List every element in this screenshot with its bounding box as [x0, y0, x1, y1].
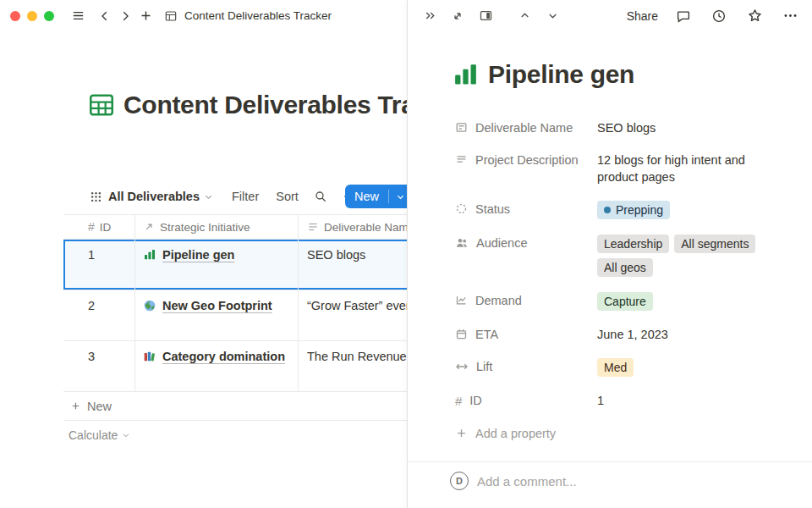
add-row-button[interactable]: New	[63, 392, 407, 421]
text-type-icon	[455, 121, 468, 134]
pill-label: Leadership	[604, 235, 662, 252]
page-link[interactable]: Category domination	[162, 350, 285, 363]
new-page-plus-icon[interactable]	[135, 5, 156, 27]
page-title[interactable]: Content Deliverables Tracker	[123, 91, 407, 119]
more-options-icon[interactable]	[780, 5, 800, 27]
property-value[interactable]: 12 blogs for high intent and product pag…	[597, 152, 766, 185]
property-value[interactable]: 1	[597, 392, 766, 409]
property-label[interactable]: Status	[455, 201, 597, 218]
forward-chevron-icon[interactable]	[115, 5, 135, 27]
cell-initiative[interactable]: New Geo Footprint	[135, 290, 299, 340]
filter-button[interactable]: Filter	[232, 190, 259, 203]
sidebar-menu-icon[interactable]	[68, 5, 88, 27]
property-value[interactable]: Capture	[597, 292, 766, 311]
page-link[interactable]: Pipeline gen	[162, 248, 234, 262]
status-pill[interactable]: Prepping	[597, 201, 670, 219]
add-property-label: Add a property	[475, 425, 556, 442]
cell-deliverable[interactable]: SEO blogs	[299, 240, 407, 290]
comment-composer[interactable]: D Add a comment...	[450, 472, 795, 490]
table-header-row: # ID Strategic Initiative Deliverable Na…	[63, 214, 407, 240]
topbar-left: Content Deliverables Tracker	[10, 0, 332, 31]
cell-id[interactable]: 1	[63, 240, 135, 290]
cell-deliverable[interactable]: The Run Revenue Summit	[299, 341, 407, 391]
traffic-lights	[10, 11, 54, 21]
property-name: ETA	[475, 326, 498, 343]
audience-pill[interactable]: Leadership	[597, 235, 669, 253]
property-value[interactable]: Med	[597, 358, 766, 377]
audience-pill[interactable]: All segments	[674, 235, 755, 253]
favorite-star-icon[interactable]	[744, 5, 765, 27]
audience-pill[interactable]: All geos	[597, 258, 653, 277]
pill-label: All geos	[604, 259, 646, 276]
section-divider	[408, 461, 812, 462]
lift-pill[interactable]: Med	[597, 358, 634, 377]
table-row[interactable]: 1 Pipeline gen SEO blogs	[63, 240, 407, 290]
property-value[interactable]: Leadership All segments All geos	[597, 235, 766, 277]
view-switcher[interactable]: All Deliverables	[108, 190, 200, 203]
text-type-icon	[307, 221, 319, 233]
property-row-id[interactable]: # ID 1	[455, 384, 795, 417]
column-header-id[interactable]: # ID	[63, 215, 135, 239]
property-row-eta[interactable]: ETA June 1, 2023	[455, 318, 795, 351]
bar-chart-icon[interactable]	[452, 61, 480, 89]
table-row[interactable]: 2 New Geo Footprint “Grow Faster” event	[63, 290, 407, 341]
property-value[interactable]: SEO blogs	[597, 119, 766, 136]
zoom-window-button[interactable]	[44, 11, 54, 21]
property-label[interactable]: Lift	[455, 358, 597, 375]
history-clock-icon[interactable]	[709, 5, 729, 27]
property-label[interactable]: Demand	[455, 292, 597, 309]
cell-id[interactable]: 3	[63, 341, 135, 391]
property-label[interactable]: ETA	[455, 326, 597, 343]
topbar-right: Share	[627, 0, 800, 31]
breadcrumb-page-icon	[161, 5, 181, 27]
page-link[interactable]: New Geo Footprint	[162, 299, 272, 312]
property-value[interactable]: Prepping	[597, 201, 766, 219]
add-property-button[interactable]: Add a property	[455, 417, 795, 450]
property-label[interactable]: Deliverable Name	[455, 119, 597, 136]
close-window-button[interactable]	[10, 11, 20, 21]
share-button[interactable]: Share	[627, 9, 658, 23]
property-name: Lift	[476, 358, 492, 375]
property-label[interactable]: # ID	[455, 392, 597, 410]
property-row-status[interactable]: Status Prepping	[455, 193, 795, 227]
chevron-down-icon[interactable]	[204, 192, 213, 202]
cell-deliverable[interactable]: “Grow Faster” event	[299, 290, 407, 340]
breadcrumb-title[interactable]: Content Deliverables Tracker	[184, 9, 332, 22]
property-row-demand[interactable]: Demand Capture	[455, 284, 795, 318]
new-record-button[interactable]: New	[345, 185, 407, 208]
view-toolbar: All Deliverables Filter Sort	[90, 185, 358, 208]
property-label[interactable]: Audience	[455, 235, 597, 251]
cell-id[interactable]: 2	[63, 290, 135, 340]
property-row-project-description[interactable]: Project Description 12 blogs for high in…	[455, 144, 795, 193]
comment-input[interactable]: Add a comment...	[477, 474, 577, 489]
property-label[interactable]: Project Description	[455, 152, 597, 168]
property-row-deliverable-name[interactable]: Deliverable Name SEO blogs	[455, 112, 795, 144]
property-row-audience[interactable]: Audience Leadership All segments All geo…	[455, 227, 795, 284]
calculate-button[interactable]: Calculate	[63, 422, 407, 449]
line-chart-icon	[455, 294, 468, 306]
comments-icon[interactable]	[673, 5, 694, 27]
calendar-icon	[455, 328, 468, 340]
green-table-page-icon[interactable]	[87, 91, 116, 119]
peek-page-title[interactable]: Pipeline gen	[488, 60, 634, 89]
pill-label: All segments	[681, 235, 749, 252]
cell-initiative[interactable]: Pipeline gen	[135, 240, 299, 290]
sort-button[interactable]: Sort	[276, 190, 299, 203]
demand-pill[interactable]: Capture	[597, 292, 653, 311]
avatar: D	[450, 472, 469, 490]
property-value[interactable]: June 1, 2023	[597, 326, 766, 343]
column-header-initiative[interactable]: Strategic Initiative	[135, 215, 299, 239]
new-dropdown-chevron-icon[interactable]	[389, 192, 407, 202]
back-chevron-icon[interactable]	[95, 5, 115, 27]
cell-initiative[interactable]: Category domination	[135, 341, 299, 391]
column-header-deliverable[interactable]: Deliverable Name	[299, 215, 407, 239]
minimize-window-button[interactable]	[27, 11, 37, 21]
search-icon[interactable]	[314, 190, 327, 203]
chevron-down-icon	[122, 431, 130, 439]
property-row-lift[interactable]: Lift Med	[455, 351, 795, 384]
plus-icon	[455, 427, 468, 439]
table-view-grid-icon[interactable]	[90, 190, 102, 203]
property-name: ID	[469, 392, 482, 409]
pill-label: Prepping	[616, 202, 663, 218]
table-row[interactable]: 3 Category domination The Run Revenue Su…	[63, 341, 407, 392]
